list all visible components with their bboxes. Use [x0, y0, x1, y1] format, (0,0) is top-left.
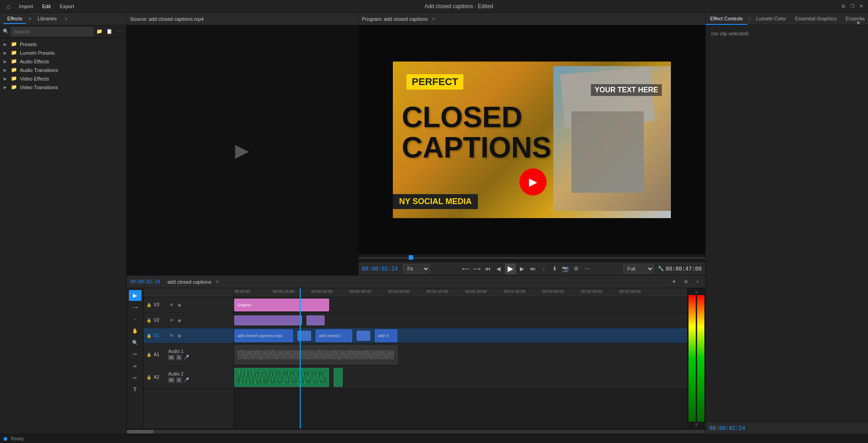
effect-controls-tab[interactable]: Effect Controls — [706, 13, 747, 25]
audio-meter: S S — [687, 288, 705, 429]
a2-s-btn[interactable]: S — [176, 377, 182, 383]
clip-a2-waveform-b[interactable] — [334, 368, 343, 387]
go-to-in-btn[interactable]: ⏮ — [483, 264, 492, 273]
v3-vis-icon[interactable]: 👁 — [168, 302, 175, 308]
clip-v1-b[interactable] — [297, 331, 311, 341]
export-frame-btn[interactable]: 📷 — [561, 264, 570, 273]
clip-v2-a[interactable] — [234, 315, 302, 325]
program-panel-menu-icon[interactable]: ≡ — [432, 16, 435, 21]
v2-name: V2 — [154, 318, 166, 323]
effect-video-transitions[interactable]: ▶ 📁 Video Transitions — [0, 83, 126, 91]
wrench-icon[interactable]: 🔧 — [658, 266, 664, 272]
menu-edit[interactable]: Edit — [38, 2, 54, 10]
a1-lock-icon[interactable]: 🔒 — [146, 352, 152, 358]
clip-graphic-v3[interactable]: Graphic — [234, 299, 329, 311]
fit-dropdown[interactable]: Fit 25% 50% 100% — [403, 264, 430, 273]
timeline-ruler-row[interactable]: 00:00:00 00:00:15:00 00:00:30:00 00:00:4… — [234, 288, 687, 297]
clip-v1-e[interactable]: add cl — [375, 329, 397, 342]
clip-a2-waveform[interactable] — [234, 368, 329, 387]
insert-btn[interactable]: ↓ — [539, 264, 548, 273]
step-back-btn[interactable]: ◀ — [494, 264, 503, 273]
clip-v1-c[interactable]: add closed c — [316, 329, 352, 342]
menu-export[interactable]: Export — [56, 2, 78, 10]
maximize-btn[interactable]: ❐ — [849, 3, 855, 10]
zoom-tool[interactable]: 🔍 — [129, 337, 142, 348]
selection-tool[interactable]: ▶ — [129, 290, 142, 301]
v3-mute-icon[interactable]: ◉ — [176, 302, 183, 308]
close-btn[interactable]: ✕ — [858, 3, 864, 10]
go-to-out-btn[interactable]: ⏭ — [528, 264, 538, 273]
play-button[interactable]: ▶ — [505, 263, 516, 274]
v2-lock-icon[interactable]: 🔒 — [146, 317, 152, 324]
v1-mute-icon[interactable]: ◉ — [176, 333, 183, 339]
v2-mute-icon[interactable]: ◉ — [176, 317, 183, 324]
effect-lumetri-presets[interactable]: ▶ 📁 Lumetri Presets — [0, 48, 126, 57]
timeline-scrollbar[interactable] — [127, 429, 705, 434]
settings-btn[interactable]: ⚙ — [572, 264, 581, 273]
mark-out-btn[interactable]: ⟶ — [472, 264, 481, 273]
clip-a1-waveform[interactable] — [234, 345, 397, 364]
slip-tool[interactable]: ⇌ — [129, 361, 142, 372]
panel-expand-icon[interactable]: » — [65, 16, 67, 21]
effect-video-effects[interactable]: ▶ 📁 Video Effects — [0, 74, 126, 83]
clip-v1-main[interactable]: add closed captions.mp4 — [234, 329, 293, 342]
essential-graphics-tab[interactable]: Essential Graphics — [791, 13, 841, 25]
effect-presets[interactable]: ▶ 📁 Presets — [0, 40, 126, 48]
scrollbar-thumb[interactable] — [127, 430, 154, 433]
home-icon[interactable]: ⌂ — [4, 1, 14, 11]
v1-lock-icon[interactable]: 🔒 — [146, 333, 152, 339]
ripple-edit-tool[interactable]: ↔ — [129, 314, 142, 324]
text-tool[interactable]: T — [129, 384, 142, 395]
effect-controls-menu-icon[interactable]: ≡ — [747, 16, 752, 21]
a2-name: A2 — [154, 375, 166, 380]
step-fwd-btn[interactable]: ▶ — [518, 264, 527, 273]
full-dropdown[interactable]: Full Half Quarter — [623, 264, 654, 273]
v1-vis-icon[interactable]: 👁 — [168, 333, 175, 339]
razor-tool[interactable]: ✂ — [129, 349, 142, 360]
overwrite-btn[interactable]: ⬇ — [550, 264, 559, 273]
search-input[interactable] — [11, 27, 94, 36]
clip-v2-b[interactable] — [307, 315, 325, 325]
search-panel-icons: 📁 📋 ⋯ — [95, 28, 123, 36]
new-bin-icon[interactable]: 📋 — [105, 28, 113, 36]
mark-in-btn[interactable]: ⟵ — [462, 264, 471, 273]
effects-tab[interactable]: Effects — [4, 14, 26, 24]
timeline-settings-icon[interactable]: ⚙ — [682, 278, 690, 286]
hand-tool[interactable]: ✋ — [129, 325, 142, 336]
timeline-add-icon[interactable]: + — [693, 278, 702, 286]
video-text-social: NY SOCIAL MEDIA — [393, 194, 478, 209]
menu-import[interactable]: Import — [15, 2, 37, 10]
minimize-btn[interactable]: ⧉ — [840, 3, 846, 10]
timeline-filter-icon[interactable]: ▼ — [670, 278, 678, 286]
program-timecode[interactable]: 00:00:02:24 — [362, 266, 398, 272]
a1-waveform-svg — [237, 346, 394, 364]
effect-audio-transitions[interactable]: ▶ 📁 Audio Transitions — [0, 66, 126, 74]
essentia-tab[interactable]: Essentia — [841, 13, 868, 25]
more-btn[interactable]: ⋯ — [583, 264, 592, 273]
a1-m-btn[interactable]: M — [168, 355, 175, 360]
new-folder-icon[interactable]: 📁 — [95, 28, 104, 36]
program-scrub-bar[interactable] — [359, 254, 705, 262]
panel-menu-icon[interactable]: ⋯ — [115, 28, 123, 36]
libraries-tab[interactable]: Libraries — [34, 14, 60, 24]
track-forward-select-tool[interactable]: ⟶ — [129, 302, 142, 313]
v2-vis-icon[interactable]: 👁 — [168, 317, 175, 324]
ruler-2-15: 00:02:15:00 — [581, 289, 603, 294]
track-label-a1: 🔒 A1 Audio 1 M S 🎤 — [144, 343, 234, 366]
a2-mic-icon[interactable]: 🎤 — [184, 377, 189, 383]
video-transitions-label: Video Transitions — [20, 85, 58, 90]
lumetri-color-tab[interactable]: Lumetri Color — [752, 13, 791, 25]
a1-mic-icon[interactable]: 🎤 — [184, 355, 189, 360]
timeline-menu-icon[interactable]: ≡ — [216, 279, 218, 284]
a2-lock-icon[interactable]: 🔒 — [146, 374, 152, 381]
pen-tool[interactable]: ✏ — [129, 372, 142, 383]
v3-lock-icon[interactable]: 🔒 — [146, 302, 152, 308]
a1-s-btn[interactable]: S — [176, 355, 182, 360]
effects-panel-menu-icon[interactable]: ≡ — [28, 16, 31, 21]
right-panel-arrow[interactable]: ▶ — [857, 20, 861, 25]
video-play-button[interactable]: ▶ — [519, 168, 547, 195]
a2-m-btn[interactable]: M — [168, 377, 175, 383]
effect-audio-effects[interactable]: ▶ 📁 Audio Effects — [0, 57, 126, 66]
clip-v1-d[interactable] — [357, 331, 370, 341]
scrub-handle[interactable] — [409, 255, 413, 260]
